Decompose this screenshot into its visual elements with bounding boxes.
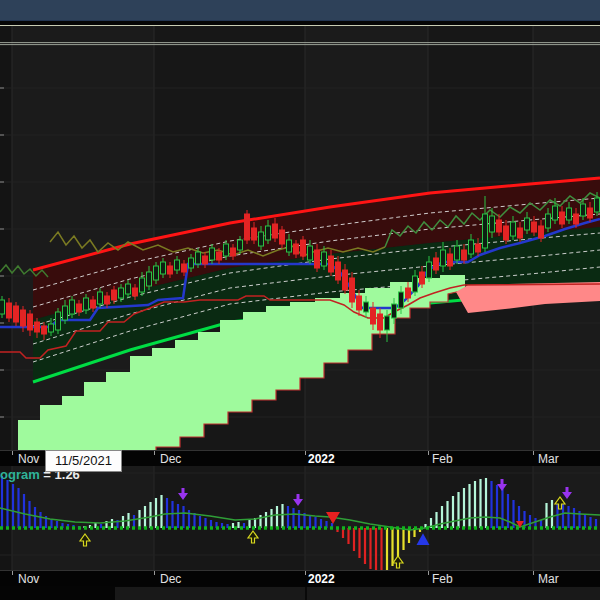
time-axis-tick [428,451,429,455]
time-axis-label: Nov [18,572,39,586]
time-axis-tick [305,451,306,455]
time-axis-label: Mar [538,452,559,466]
window-titlebar[interactable] [0,0,600,21]
trading-chart-app: 11/5/2021 NovDec2022FebMar ogram = 1.26 … [0,0,600,600]
time-axis-tick [533,571,534,575]
time-axis-tick [428,571,429,575]
time-axis-tick [12,571,13,575]
time-axis-main[interactable]: 11/5/2021 NovDec2022FebMar [0,450,600,466]
indicator-name-fragment: ogram [0,467,40,482]
time-axis-tick [533,451,534,455]
scrollbar-notch [305,587,307,600]
price-chart-canvas[interactable] [0,26,600,450]
time-axis-label: Dec [160,572,181,586]
time-axis-label: Feb [432,572,453,586]
time-axis-tick [154,451,155,455]
histogram-canvas[interactable] [0,466,600,570]
scrollbar-thumb[interactable] [115,587,600,600]
time-axis-tick [305,571,306,575]
main-price-chart[interactable] [0,26,600,450]
time-axis-label: Dec [160,452,181,466]
time-axis-label: Nov [18,452,39,466]
time-axis-bottom[interactable]: NovDec2022FebMar [0,570,600,586]
time-axis-label: 2022 [308,572,335,586]
horizontal-scrollbar[interactable] [0,586,600,600]
crosshair-date-tooltip: 11/5/2021 [45,450,122,472]
time-axis-label: Mar [538,572,559,586]
time-axis-label: Feb [432,452,453,466]
time-axis-tick [12,451,13,455]
time-axis-label: 2022 [308,452,335,466]
time-axis-tick [154,571,155,575]
macd-histogram-panel[interactable]: ogram = 1.26 [0,466,600,570]
